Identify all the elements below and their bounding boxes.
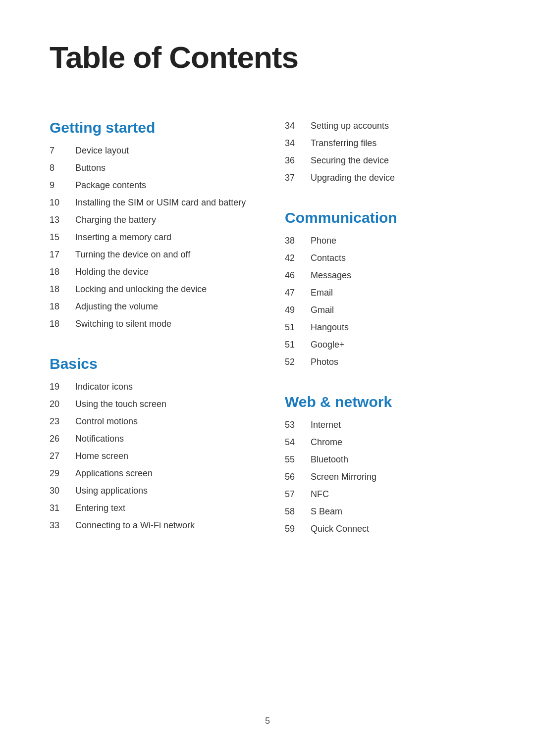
toc-text: Applications screen — [75, 467, 153, 480]
list-item: 15 Inserting a memory card — [50, 231, 255, 244]
toc-text: Control motions — [75, 415, 138, 428]
toc-text: Indicator icons — [75, 380, 133, 394]
toc-text: Upgrading the device — [311, 171, 395, 185]
toc-number: 47 — [285, 286, 311, 300]
toc-number: 38 — [285, 234, 311, 248]
toc-text: Setting up accounts — [311, 119, 389, 133]
section-title-basics: Basics — [50, 355, 255, 372]
toc-number: 59 — [285, 522, 311, 536]
list-item: 20 Using the touch screen — [50, 398, 255, 411]
list-item: 51 Google+ — [285, 338, 490, 352]
toc-text: Holding the device — [75, 265, 149, 279]
page-number: 5 — [265, 716, 270, 726]
toc-text: Photos — [311, 355, 338, 369]
toc-number: 20 — [50, 398, 75, 411]
page: Table of Contents Getting started 7 Devi… — [0, 0, 535, 756]
toc-number: 33 — [50, 519, 75, 532]
toc-number: 23 — [50, 415, 75, 428]
toc-text: Installing the SIM or USIM card and batt… — [75, 196, 246, 209]
toc-text: Google+ — [311, 338, 345, 352]
list-item: 59 Quick Connect — [285, 522, 490, 536]
toc-text: Using the touch screen — [75, 398, 166, 411]
toc-text: Chrome — [311, 436, 342, 449]
toc-number: 46 — [285, 269, 311, 282]
toc-number: 18 — [50, 300, 75, 313]
toc-text: Buttons — [75, 161, 106, 175]
toc-number: 15 — [50, 231, 75, 244]
toc-number: 26 — [50, 432, 75, 446]
right-column: 34 Setting up accounts 34 Transferring f… — [285, 119, 490, 540]
toc-number: 34 — [285, 137, 311, 150]
toc-text: Switching to silent mode — [75, 317, 171, 331]
toc-text: NFC — [311, 488, 329, 501]
list-item: 23 Control motions — [50, 415, 255, 428]
list-item: 30 Using applications — [50, 484, 255, 498]
list-item: 46 Messages — [285, 269, 490, 282]
toc-number: 7 — [50, 144, 75, 157]
toc-number: 54 — [285, 436, 311, 449]
section-title-web-network: Web & network — [285, 394, 490, 410]
list-item: 17 Turning the device on and off — [50, 248, 255, 261]
list-item: 8 Buttons — [50, 161, 255, 175]
page-title: Table of Contents — [50, 40, 490, 75]
toc-number: 55 — [285, 453, 311, 466]
list-item: 51 Hangouts — [285, 321, 490, 334]
toc-text: Entering text — [75, 502, 125, 515]
list-item: 13 Charging the battery — [50, 213, 255, 227]
toc-text: Home screen — [75, 450, 128, 463]
content-wrapper: Getting started 7 Device layout 8 Button… — [50, 119, 490, 540]
toc-number: 42 — [285, 252, 311, 265]
list-item: 18 Locking and unlocking the device — [50, 283, 255, 296]
web-network-list: 53 Internet 54 Chrome 55 Bluetooth 56 Sc… — [285, 418, 490, 536]
toc-text: Package contents — [75, 179, 146, 192]
toc-text: Bluetooth — [311, 453, 348, 466]
section-title-getting-started: Getting started — [50, 119, 255, 136]
toc-number: 8 — [50, 161, 75, 175]
toc-number: 49 — [285, 303, 311, 317]
toc-text: Email — [311, 286, 333, 300]
toc-number: 56 — [285, 470, 311, 484]
toc-text: Using applications — [75, 484, 148, 498]
list-item: 29 Applications screen — [50, 467, 255, 480]
toc-text: Screen Mirroring — [311, 470, 376, 484]
toc-number: 37 — [285, 171, 311, 185]
toc-number: 52 — [285, 355, 311, 369]
toc-number: 30 — [50, 484, 75, 498]
list-item: 53 Internet — [285, 418, 490, 432]
list-item: 34 Setting up accounts — [285, 119, 490, 133]
toc-number: 53 — [285, 418, 311, 432]
toc-text: Inserting a memory card — [75, 231, 171, 244]
list-item: 37 Upgrading the device — [285, 171, 490, 185]
list-item: 33 Connecting to a Wi-Fi network — [50, 519, 255, 532]
toc-text: Adjusting the volume — [75, 300, 158, 313]
list-item: 56 Screen Mirroring — [285, 470, 490, 484]
list-item: 10 Installing the SIM or USIM card and b… — [50, 196, 255, 209]
getting-started-list: 7 Device layout 8 Buttons 9 Package cont… — [50, 144, 255, 331]
toc-text: Messages — [311, 269, 351, 282]
toc-text: Hangouts — [311, 321, 349, 334]
list-item: 49 Gmail — [285, 303, 490, 317]
toc-text: Charging the battery — [75, 213, 156, 227]
list-item: 18 Switching to silent mode — [50, 317, 255, 331]
list-item: 31 Entering text — [50, 502, 255, 515]
communication-list: 38 Phone 42 Contacts 46 Messages 47 Emai… — [285, 234, 490, 369]
list-item: 9 Package contents — [50, 179, 255, 192]
list-item: 18 Holding the device — [50, 265, 255, 279]
toc-number: 9 — [50, 179, 75, 192]
toc-number: 51 — [285, 321, 311, 334]
list-item: 47 Email — [285, 286, 490, 300]
list-item: 57 NFC — [285, 488, 490, 501]
list-item: 58 S Beam — [285, 505, 490, 518]
toc-text: Phone — [311, 234, 336, 248]
toc-number: 18 — [50, 283, 75, 296]
list-item: 54 Chrome — [285, 436, 490, 449]
toc-text: Internet — [311, 418, 341, 432]
left-column: Getting started 7 Device layout 8 Button… — [50, 119, 255, 540]
toc-number: 27 — [50, 450, 75, 463]
toc-text: Turning the device on and off — [75, 248, 190, 261]
list-item: 36 Securing the device — [285, 154, 490, 167]
toc-text: Transferring files — [311, 137, 376, 150]
toc-number: 57 — [285, 488, 311, 501]
list-item: 55 Bluetooth — [285, 453, 490, 466]
toc-number: 29 — [50, 467, 75, 480]
